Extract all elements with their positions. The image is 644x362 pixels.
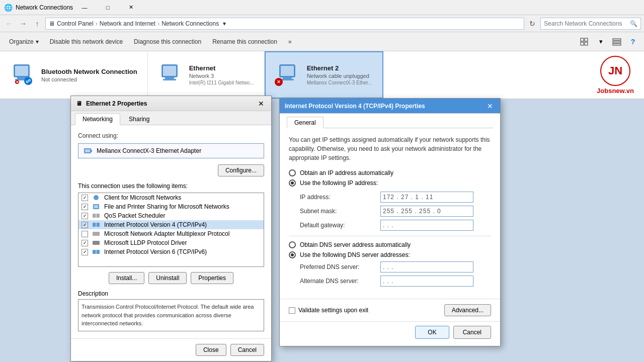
item-label-3: Internet Protocol Version 4 (TCP/IPv4) xyxy=(104,221,207,228)
svg-rect-8 xyxy=(15,66,28,76)
auto-ip-radio[interactable] xyxy=(289,169,296,176)
network-item-ethernet2[interactable]: ✕ Ethernet 2 Network cable unplugged Mel… xyxy=(265,51,383,99)
svg-rect-0 xyxy=(581,38,584,41)
preferred-dns-input[interactable]: . . . xyxy=(380,261,473,273)
checkbox-5[interactable] xyxy=(82,240,88,246)
install-button[interactable]: Install... xyxy=(109,272,144,284)
address-bar: ← → ↑ 🖥 Control Panel › Network and Inte… xyxy=(0,15,644,32)
breadcrumb-network[interactable]: Network and Internet xyxy=(100,20,155,27)
ethernet2-status: Network cable unplugged xyxy=(307,73,372,79)
forward-button[interactable]: → xyxy=(17,18,29,30)
back-button[interactable]: ← xyxy=(3,18,15,30)
ip-address-input[interactable]: 172 . 27 . 1 . 11 xyxy=(380,192,473,203)
help-button[interactable]: ? xyxy=(626,35,640,49)
cancel-button-ethernet2[interactable]: Cancel xyxy=(230,344,264,356)
list-item-6[interactable]: Internet Protocol Version 6 (TCP/IPv6) xyxy=(78,247,264,256)
tcpip-dialog-title: Internet Protocol Version 4 (TCP/IPv4) P… xyxy=(285,103,425,110)
details-view-button[interactable] xyxy=(610,35,624,49)
rename-button[interactable]: Rename this connection xyxy=(207,34,282,49)
manual-ip-label: Use the following IP address: xyxy=(300,179,378,187)
organize-dropdown-icon: ▾ xyxy=(36,38,39,45)
up-button[interactable]: ↑ xyxy=(31,18,43,30)
checkbox-6[interactable] xyxy=(82,249,88,255)
refresh-button[interactable]: ↻ xyxy=(526,18,538,30)
cancel-button-tcpip[interactable]: Cancel xyxy=(453,326,491,339)
ethernet2-dialog-close[interactable]: ✕ xyxy=(256,99,266,109)
close-button-ethernet2[interactable]: Close xyxy=(196,344,226,356)
breadcrumb-connections[interactable]: Network Connections xyxy=(162,20,219,27)
ok-button[interactable]: OK xyxy=(415,326,449,339)
disable-button[interactable]: Disable this network device xyxy=(45,34,128,49)
list-item-1[interactable]: File and Printer Sharing for Microsoft N… xyxy=(78,202,264,211)
tcpip-general-tab[interactable]: General xyxy=(287,117,324,128)
alternate-dns-row: Alternate DNS server: . . . xyxy=(300,276,491,287)
advanced-button[interactable]: Advanced... xyxy=(444,304,491,316)
ethernet2-dialog-footer: Close Cancel xyxy=(71,338,271,361)
close-button[interactable]: ✕ xyxy=(119,0,142,15)
item-label-5: Microsoft LLDP Protocol Driver xyxy=(104,239,187,246)
ethernet2-adapter: Mellanox ConnectX-3 Ether... xyxy=(307,80,372,85)
network-item-bluetooth[interactable]: ✕ ☍ Bluetooth Network Connection Not con… xyxy=(0,51,148,99)
bluetooth-info: Bluetooth Network Connection Not connect… xyxy=(41,68,137,82)
auto-ip-row[interactable]: Obtain an IP address automatically xyxy=(289,169,491,176)
manual-dns-row[interactable]: Use the following DNS server addresses: xyxy=(289,251,491,258)
alternate-dns-value: . . . xyxy=(383,278,394,285)
auto-dns-radio[interactable] xyxy=(289,241,296,248)
breadcrumb[interactable]: 🖥 Control Panel › Network and Internet ›… xyxy=(45,18,524,30)
more-button[interactable]: » xyxy=(283,34,297,49)
properties-button[interactable]: Properties xyxy=(191,272,233,284)
view-dropdown-button[interactable]: ▾ xyxy=(594,35,608,49)
tab-networking[interactable]: Networking xyxy=(75,113,120,125)
minimize-button[interactable]: — xyxy=(73,0,96,15)
list-item-0[interactable]: Client for Microsoft Networks xyxy=(78,193,264,202)
svg-text:✕: ✕ xyxy=(16,80,19,84)
tcpip-dialog-close[interactable]: ✕ xyxy=(485,101,495,111)
svg-rect-19 xyxy=(283,77,292,79)
breadcrumb-sep1: › xyxy=(96,20,98,27)
ethernet2-dialog-icon: 🖥 xyxy=(76,100,82,107)
search-input[interactable] xyxy=(544,20,628,27)
subnet-mask-input[interactable]: 255 . 255 . 255 . 0 xyxy=(380,206,473,217)
dropdown-arrow-icon[interactable]: ▾ xyxy=(223,20,226,27)
validate-checkbox[interactable] xyxy=(289,307,295,314)
network-area: ✕ ☍ Bluetooth Network Connection Not con… xyxy=(0,51,644,99)
list-item-2[interactable]: QoS Packet Scheduler xyxy=(78,211,264,220)
maximize-button[interactable]: □ xyxy=(96,0,119,15)
diagnose-button[interactable]: Diagnose this connection xyxy=(129,34,206,49)
jobsnew-url: Jobsnew.vn xyxy=(597,87,634,95)
subnet-mask-row: Subnet mask: 255 . 255 . 255 . 0 xyxy=(300,206,491,217)
window-title: Network Connections xyxy=(16,4,73,11)
window-titlebar: 🌐 Network Connections — □ ✕ xyxy=(0,0,644,15)
auto-dns-row[interactable]: Obtain DNS server address automatically xyxy=(289,241,491,248)
organize-button[interactable]: Organize ▾ xyxy=(4,34,44,49)
items-list[interactable]: Client for Microsoft Networks File and P… xyxy=(78,193,264,267)
configure-button[interactable]: Configure... xyxy=(218,164,264,176)
checkbox-1[interactable] xyxy=(82,204,88,210)
default-gateway-input[interactable]: . . . xyxy=(380,220,473,231)
network-item-ethernet[interactable]: Ethernet Network 3 Intel(R) I211 Gigabit… xyxy=(148,51,265,99)
bluetooth-icon: ☍ xyxy=(26,78,31,84)
default-gateway-row: Default gateway: . . . xyxy=(300,220,491,231)
manual-dns-radio[interactable] xyxy=(289,251,296,258)
uninstall-button[interactable]: Uninstall xyxy=(148,272,187,284)
checkbox-4[interactable] xyxy=(82,231,88,237)
list-item-3[interactable]: Internet Protocol Version 4 (TCP/IPv4) xyxy=(78,220,264,229)
checkbox-2[interactable] xyxy=(82,213,88,219)
checkbox-0[interactable] xyxy=(82,195,88,201)
ethernet2-name: Ethernet 2 xyxy=(307,64,372,72)
tab-sharing[interactable]: Sharing xyxy=(121,113,157,125)
svg-rect-15 xyxy=(165,77,174,79)
manual-ip-row[interactable]: Use the following IP address: xyxy=(289,179,491,187)
alternate-dns-input[interactable]: . . . xyxy=(380,276,473,287)
list-item-5[interactable]: Microsoft LLDP Protocol Driver xyxy=(78,238,264,247)
view-options-button[interactable] xyxy=(578,35,592,49)
tcpip-dialog-titlebar: Internet Protocol Version 4 (TCP/IPv4) P… xyxy=(280,99,500,114)
manual-ip-radio[interactable] xyxy=(289,179,296,187)
checkbox-3[interactable] xyxy=(82,222,88,228)
ip-address-label: IP address: xyxy=(300,194,380,201)
list-item-4[interactable]: Microsoft Network Adapter Multiplexor Pr… xyxy=(78,229,264,238)
item-label-6: Internet Protocol Version 6 (TCP/IPv6) xyxy=(104,248,207,255)
breadcrumb-controlpanel[interactable]: Control Panel xyxy=(57,20,94,27)
ip-address-row: IP address: 172 . 27 . 1 . 11 xyxy=(300,192,491,203)
items-label: This connection uses the following items… xyxy=(78,183,264,190)
